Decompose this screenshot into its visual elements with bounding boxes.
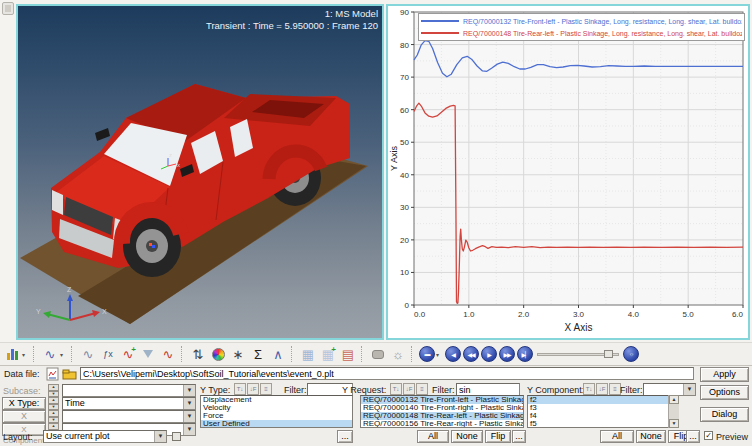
more-button[interactable]: ... <box>512 430 526 443</box>
xy-plot: 0.01.02.03.04.05.06.00102030405060708090… <box>388 6 748 338</box>
data-file-path-input[interactable] <box>80 367 694 380</box>
open-folder-icon[interactable] <box>62 367 78 381</box>
x-request-select[interactable]: ▼ <box>62 410 196 423</box>
page-layout-icon[interactable]: ▤ <box>339 345 357 363</box>
sort-toggle-icon[interactable]: T↓ <box>583 383 595 395</box>
fast-forward-icon[interactable]: ▶▶ <box>499 346 515 362</box>
plot-window[interactable]: 0.01.02.03.04.05.06.00102030405060708090… <box>386 4 750 340</box>
filter-toggle-icon[interactable]: ↓F <box>247 383 259 395</box>
color-wheel-icon[interactable] <box>209 345 227 363</box>
none-button[interactable]: None <box>636 430 666 443</box>
new-plot-caret[interactable]: ▾ <box>22 351 29 358</box>
y-component-list[interactable]: f2f3f4f5 <box>527 395 679 428</box>
svg-text:30: 30 <box>400 203 409 212</box>
x-type-button[interactable]: X Type: <box>2 397 46 410</box>
list-item[interactable]: User Defined <box>201 420 352 428</box>
curve-edit-icon[interactable]: ∧ <box>269 345 287 363</box>
filter-toggle-icon[interactable]: ↓F <box>403 383 415 395</box>
play-icon[interactable]: ▶ <box>481 346 497 362</box>
chevron-down-icon: ▼ <box>683 384 695 395</box>
x-request-button[interactable]: X Request: <box>2 410 46 423</box>
math-function-icon[interactable]: ƒx <box>99 345 117 363</box>
sum-curves-icon[interactable]: Σ <box>249 345 267 363</box>
grid-multi-icon[interactable]: ▦+ <box>319 345 337 363</box>
copy-curve-icon[interactable]: ∿ <box>79 345 97 363</box>
layout-select[interactable]: Use current plot▼ <box>43 430 167 443</box>
more-button[interactable]: ... <box>686 430 700 443</box>
list-item[interactable]: Force <box>201 412 352 420</box>
x-request-spinner[interactable]: ▲▼ <box>48 410 59 423</box>
curve-display-caret[interactable]: ▾ <box>60 351 67 358</box>
chevron-down-icon: ▼ <box>183 411 195 422</box>
sort-toggle-icon[interactable]: T↓ <box>390 383 402 395</box>
frame-slider[interactable] <box>537 347 619 361</box>
animation-caret[interactable]: ▾ <box>436 351 443 358</box>
options-button[interactable]: Options <box>700 385 749 400</box>
truck-scene: z x Z X Y <box>18 6 382 338</box>
list-item[interactable]: f2 <box>528 396 678 404</box>
settings-icon[interactable]: ☼ <box>389 345 407 363</box>
3d-viewport[interactable]: z x Z X Y 1: MS Model Transient : Time =… <box>16 4 384 340</box>
y-type-filter-label: Filter: <box>284 385 307 395</box>
list-item[interactable]: f3 <box>528 404 678 412</box>
curve-display-icon[interactable]: ∿ <box>41 345 59 363</box>
rewind-icon[interactable]: ◀◀ <box>463 346 479 362</box>
list-mode-icon[interactable]: ≡ <box>260 383 272 395</box>
step-first-icon[interactable]: ◀ <box>445 346 461 362</box>
animation-settings-icon[interactable]: ☼ <box>623 346 639 362</box>
viewport-header: 1: MS Model Transient : Time = 5.950000 … <box>206 8 378 32</box>
list-item[interactable]: REQ/70000148 Tire-Rear-left - Plastic Si… <box>361 412 523 420</box>
filter-toggle-icon[interactable]: ↓F <box>596 383 608 395</box>
svg-text:5.0: 5.0 <box>683 310 695 319</box>
list-item[interactable]: f4 <box>528 412 678 420</box>
y-request-filter-label: Filter: <box>432 385 455 395</box>
y-type-list[interactable]: DisplacementVelocityForceUser Defined <box>200 395 353 428</box>
y-request-label: Y Request: <box>342 385 386 395</box>
list-item[interactable]: REQ/70000140 Tire-Front-right - Plastic … <box>361 404 523 412</box>
list-item[interactable]: REQ/70000132 Tire-Front-left - Plastic S… <box>361 396 523 404</box>
preview-checkbox[interactable]: ✓ <box>704 431 713 440</box>
svg-text:60: 60 <box>400 106 409 115</box>
y-request-sort-cluster: T↓↓F≡ <box>390 383 428 395</box>
mirror-left <box>95 128 110 141</box>
apply-button[interactable]: Apply <box>700 367 749 382</box>
chevron-down-icon: ▼ <box>183 385 195 396</box>
grid-single-icon[interactable]: ▦ <box>299 345 317 363</box>
all-button[interactable]: All <box>600 430 634 443</box>
svg-text:Y Axis: Y Axis <box>389 146 399 171</box>
list-mode-icon[interactable]: ≡ <box>416 383 428 395</box>
y-component-label: Y Component: <box>527 385 584 395</box>
dialog-button[interactable]: Dialog <box>700 407 749 422</box>
list-item[interactable]: f5 <box>528 420 678 428</box>
plot-axes-icon[interactable]: ⇅ <box>189 345 207 363</box>
y-type-more-button[interactable]: ... <box>337 430 353 443</box>
subcase-spinner[interactable]: ▲▼ <box>48 384 59 397</box>
reload-plot-icon[interactable] <box>46 367 60 381</box>
list-item[interactable]: Displacement <box>201 396 352 404</box>
layout-checkbox[interactable] <box>172 432 181 441</box>
toolbar-separator <box>291 346 294 362</box>
add-curve-icon[interactable]: ∿+ <box>119 345 137 363</box>
x-type-spinner[interactable]: ▲▼ <box>48 397 59 410</box>
chevron-down-icon: ▼ <box>183 398 195 409</box>
layout-label: Layout: <box>3 432 33 442</box>
svg-text:3.0: 3.0 <box>573 310 585 319</box>
svg-text:Y: Y <box>36 308 41 315</box>
new-plot-icon[interactable] <box>3 345 21 363</box>
all-button[interactable]: All <box>417 430 449 443</box>
flip-button[interactable]: Flip <box>485 430 511 443</box>
none-button[interactable]: None <box>451 430 483 443</box>
axis-scale-icon[interactable]: ∗ <box>229 345 247 363</box>
list-item[interactable]: Velocity <box>201 404 352 412</box>
x-type-select[interactable]: Time▼ <box>62 397 196 410</box>
filter-curves-icon[interactable] <box>139 345 157 363</box>
step-last-icon[interactable]: ▶▏ <box>517 346 533 362</box>
list-item[interactable]: REQ/70000156 Tire-Rear-right - Plastic S… <box>361 420 523 428</box>
subcase-select[interactable]: ▼ <box>62 384 196 397</box>
y-request-list[interactable]: REQ/70000132 Tire-Front-left - Plastic S… <box>360 395 524 428</box>
y-component-scrollbar[interactable]: ▲▼ <box>668 395 679 428</box>
sort-toggle-icon[interactable]: T↓ <box>234 383 246 395</box>
modify-curve-icon[interactable]: ∿ <box>159 345 177 363</box>
animation-menu-icon[interactable]: ▬ <box>419 346 435 362</box>
comment-icon[interactable] <box>369 345 387 363</box>
